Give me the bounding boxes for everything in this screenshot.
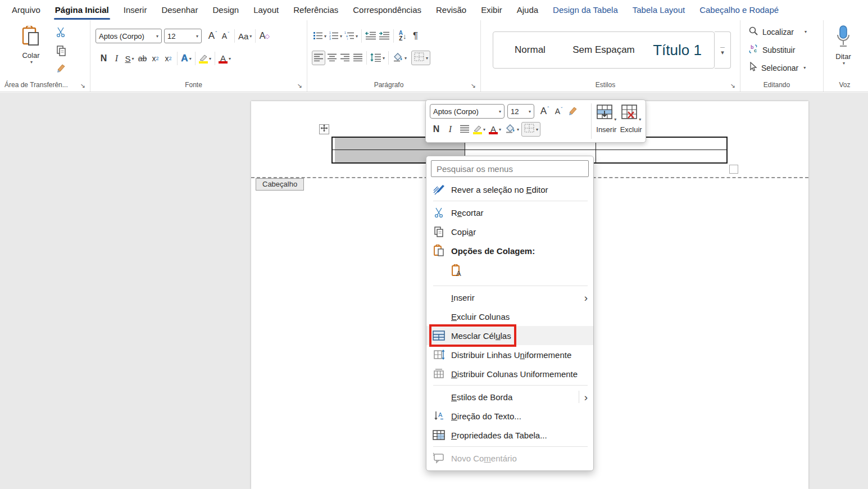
tab-pagina-inicial[interactable]: Página Inicial [48,0,116,20]
tab-layout[interactable]: Layout [246,0,286,20]
line-spacing-button[interactable]: ▾ [369,51,386,65]
multilevel-list-button[interactable]: 1ai▾ [343,29,359,43]
grow-font-button[interactable]: Aˆ [206,29,219,43]
style-normal[interactable]: Normal [493,44,567,56]
align-center-button[interactable] [325,51,338,65]
svg-text:i: i [347,37,348,40]
mini-borders-button[interactable]: ▾ [521,122,540,137]
sort-button[interactable]: AZ↓ [396,29,409,43]
text-effects-button[interactable]: A▾ [180,51,193,66]
bold-button[interactable]: N [97,51,110,66]
menu-item-estilos-de-borda[interactable]: Estilos de Borda› [426,387,593,406]
mini-font-size-combo[interactable]: 12▾ [507,104,534,119]
tab-cabecalho-e-rodape[interactable]: Cabeçalho e Rodapé [692,0,786,20]
menu-item-inserir[interactable]: Inserir› [426,288,593,307]
mini-align-button[interactable] [458,122,471,137]
replace-button[interactable]: bc Substituir [748,44,795,56]
superscript-button[interactable]: x2 [162,51,175,66]
menu-item-direcao-do-texto[interactable]: ADireção do Texto... [426,406,593,425]
bullets-button[interactable]: ▾ [312,29,328,43]
find-button[interactable]: Localizar▾ [748,26,807,38]
mini-font-name-combo[interactable]: Aptos (Corpo)▾ [430,104,505,119]
tab-revisao[interactable]: Revisão [429,0,474,20]
table-cell[interactable] [596,150,726,162]
mini-shading-button[interactable]: ▾ [503,122,520,137]
style-heading1[interactable]: Título 1 [640,42,714,59]
dictate-button[interactable]: Ditar ▾ [834,25,853,66]
paragraph-dialog-launcher[interactable]: ↘ [469,82,477,89]
insert-rows-icon [596,113,613,123]
scissors-icon [56,30,66,39]
move-arrows-icon [320,124,328,134]
paste-button[interactable]: Colar ▾ [21,26,40,65]
styles-dialog-launcher[interactable]: ↘ [729,82,737,89]
styles-more-button[interactable]: —▾ [715,31,731,69]
mini-highlight-button[interactable]: ▾ [472,122,487,137]
increase-indent-button[interactable] [378,29,391,43]
tab-design-da-tabela[interactable]: Design da Tabela [546,0,625,20]
mini-font-color-button[interactable]: A▾ [488,122,502,137]
tab-referencias[interactable]: Referências [286,0,346,20]
copy-button[interactable] [56,45,66,58]
borders-button[interactable]: ▾ [411,51,430,65]
cut-button[interactable] [56,27,66,40]
shrink-font-button[interactable]: Aˇ [219,29,232,43]
mini-insert-button[interactable]: ▾ Inserir [596,104,616,134]
menu-item-distribuir-colunas-uniformemente[interactable]: Distribuir Colunas Uniformemente [426,364,593,383]
table-move-handle[interactable] [319,124,329,134]
shading-button[interactable]: ▾ [391,51,408,65]
select-button[interactable]: Selecionar▾ [748,62,806,74]
font-dialog-launcher[interactable]: ↘ [296,82,303,89]
chevron-down-icon: ▾ [30,60,33,65]
style-no-spacing[interactable]: Sem Espaçam [567,44,640,56]
tab-ajuda[interactable]: Ajuda [510,0,546,20]
change-case-button[interactable]: Aa▾ [237,29,253,43]
menu-item-distribuir-linhas-uniformemente[interactable]: Distribuir Linhas Uniformemente [426,345,593,364]
paste-option-keep-text-only[interactable]: A [451,264,463,280]
justify-button[interactable] [351,51,364,65]
tab-tabela-layout[interactable]: Tabela Layout [625,0,692,20]
menu-item-opcoes-de-colagem[interactable]: Opções de Colagem: [426,241,593,260]
mini-grow-font-button[interactable]: Aˆ [538,104,551,119]
clear-formatting-button[interactable]: A◇ [258,29,271,43]
decrease-indent-button[interactable] [364,29,378,43]
menu-item-propriedades-da-tabela[interactable]: Propriedades da Tabela... [426,425,593,445]
tab-inserir[interactable]: Inserir [116,0,154,20]
italic-button[interactable]: I [110,51,123,66]
tab-design[interactable]: Design [205,0,246,20]
font-color-button[interactable]: A▾ [217,51,232,66]
align-left-button[interactable] [312,51,325,65]
format-painter-button[interactable] [56,63,66,75]
clipboard-dialog-launcher[interactable]: ↘ [79,82,87,89]
numbering-button[interactable]: 123▾ [328,29,343,43]
menu-item-copiar[interactable]: Copiar [426,222,593,241]
table-resize-handle[interactable] [729,165,738,174]
menu-search-input[interactable] [431,160,589,177]
mini-delete-button[interactable]: ▾ Excluir [620,104,642,134]
mini-delete-label: Excluir [620,125,642,134]
show-marks-button[interactable]: ¶ [409,29,422,43]
tab-correspondencias[interactable]: Correspondências [346,0,429,20]
mini-bold-button[interactable]: N [430,122,443,137]
mini-shrink-font-button[interactable]: Aˇ [552,104,565,119]
subscript-button[interactable]: x2 [149,51,162,66]
menu-item-rever-a-selecao-no-editor[interactable]: Rever a seleção no Editor [426,180,593,199]
align-right-button[interactable] [338,51,351,65]
strikethrough-button[interactable]: ab [136,51,149,66]
highlight-color-button[interactable]: ▾ [198,51,212,66]
mini-format-painter-button[interactable] [566,104,579,119]
font-size-combo[interactable]: 12▾ [164,29,202,43]
mini-italic-button[interactable]: I [444,122,457,137]
menu-item-recortar[interactable]: Recortar [426,203,593,222]
menu-item-excluir-colunas[interactable]: Excluir Colunas [426,307,593,326]
borders-icon [524,123,535,135]
tab-exibir[interactable]: Exibir [474,0,510,20]
font-name-combo[interactable]: Aptos (Corpo)▾ [96,29,162,43]
clipboard-group: Colar ▾ Área de Transferên... ↘ [0,20,90,92]
tab-desenhar[interactable]: Desenhar [154,0,205,20]
multilevel-list-icon: 1ai [344,31,355,42]
underline-button[interactable]: S▾ [123,51,136,66]
svg-text:A: A [438,411,443,418]
menu-item-mesclar-celulas[interactable]: Mesclar Células [426,326,593,345]
tab-arquivo[interactable]: Arquivo [4,0,48,20]
